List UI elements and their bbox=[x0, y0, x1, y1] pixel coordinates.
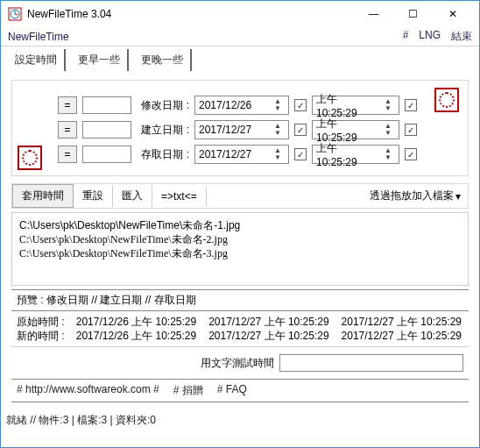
date-accessed-input[interactable]: 2017/12/27▲▼ bbox=[194, 145, 289, 164]
date-created-input[interactable]: 2017/12/27▲▼ bbox=[194, 120, 289, 139]
eq-accessed-button[interactable]: = bbox=[58, 146, 77, 163]
menu-end[interactable]: 結束 bbox=[451, 29, 472, 44]
chk-modified-time[interactable]: ✓ bbox=[405, 99, 417, 111]
file-list[interactable]: C:\Users\pk\Desktop\NewFileTime\未命名-1.jp… bbox=[11, 212, 469, 286]
spin-down-icon[interactable]: ▼ bbox=[271, 105, 285, 112]
orig-modified: 2017/12/26 上午 10:25:29 bbox=[76, 315, 198, 329]
menu-lng[interactable]: LNG bbox=[419, 29, 441, 44]
link-site[interactable]: # http://www.softwareok.com # bbox=[17, 383, 159, 398]
date-modified-input[interactable]: 2017/12/26▲▼ bbox=[194, 96, 289, 115]
time-modified-input[interactable]: 上午 10:25:29▲▼ bbox=[312, 96, 399, 115]
chk-modified-date[interactable]: ✓ bbox=[294, 99, 307, 111]
status-bar: 就緒 // 物件:3 | 檔案:3 | 資料夾:0 bbox=[1, 409, 479, 431]
offset-accessed-input[interactable] bbox=[82, 146, 131, 163]
apply-time-button[interactable]: 套用時間 bbox=[12, 184, 74, 208]
reset-button[interactable]: 重設 bbox=[74, 185, 113, 207]
time-accessed-input[interactable]: 上午 10:25:29▲▼ bbox=[312, 145, 399, 164]
list-item[interactable]: C:\Users\pk\Desktop\NewFileTime\未命名-2.jp… bbox=[19, 232, 461, 246]
now-icon[interactable] bbox=[18, 146, 42, 170]
spin-down-icon[interactable]: ▼ bbox=[381, 130, 395, 137]
date-created-value: 2017/12/27 bbox=[199, 124, 251, 136]
action-toolbar: 套用時間 重設 匯入 =>txt<= 透過拖放加入檔案 ▾ bbox=[11, 183, 469, 209]
chk-accessed-date[interactable]: ✓ bbox=[294, 148, 307, 160]
label-modified: 修改日期 : bbox=[137, 98, 189, 113]
list-item[interactable]: C:\Users\pk\Desktop\NewFileTime\未命名-3.jp… bbox=[19, 246, 461, 260]
title-bar: NewFileTime 3.04 — ☐ ✕ bbox=[1, 1, 479, 27]
label-created: 建立日期 : bbox=[137, 123, 189, 138]
new-created: 2017/12/27 上午 10:25:29 bbox=[208, 329, 330, 343]
offset-modified-input[interactable] bbox=[82, 96, 131, 114]
new-label: 新的時間 : bbox=[17, 329, 66, 343]
menu-hash[interactable]: # bbox=[403, 29, 409, 44]
test-label: 用文字測試時間 bbox=[201, 356, 274, 371]
chevron-down-icon: ▾ bbox=[455, 190, 461, 203]
orig-label: 原始時間 : bbox=[17, 315, 66, 329]
tab-later[interactable]: 更晚一些 bbox=[134, 49, 192, 71]
spin-down-icon[interactable]: ▼ bbox=[381, 105, 395, 112]
link-donate[interactable]: # 捐贈 bbox=[173, 383, 203, 398]
window-title: NewFileTime 3.04 bbox=[27, 8, 354, 20]
spin-down-icon[interactable]: ▼ bbox=[271, 130, 285, 137]
time-created-value: 上午 10:25:29 bbox=[316, 117, 381, 144]
orig-accessed: 2017/12/27 上午 10:25:29 bbox=[342, 315, 463, 329]
time-accessed-value: 上午 10:25:29 bbox=[316, 141, 381, 168]
eq-created-button[interactable]: = bbox=[58, 121, 77, 139]
txt-button[interactable]: =>txt<= bbox=[152, 187, 207, 206]
minimize-icon: — bbox=[369, 8, 379, 20]
links-row: # http://www.softwareok.com # # 捐贈 # FAQ bbox=[11, 379, 469, 402]
import-button[interactable]: 匯入 bbox=[113, 185, 152, 207]
time-modified-value: 上午 10:25:29 bbox=[316, 92, 381, 119]
link-faq[interactable]: # FAQ bbox=[217, 383, 247, 398]
file-path: C:\Users\pk\Desktop\NewFileTime\未命名-1.jp… bbox=[19, 219, 240, 231]
minimize-button[interactable]: — bbox=[354, 2, 393, 26]
menu-bar: NewFileTime # LNG 結束 bbox=[1, 27, 479, 46]
row-created: = 建立日期 : 2017/12/27▲▼ ✓ 上午 10:25:29▲▼ ✓ bbox=[19, 117, 461, 142]
drag-drop-label: 透過拖放加入檔案 bbox=[370, 188, 454, 203]
spin-down-icon[interactable]: ▼ bbox=[381, 154, 395, 161]
apply-icon[interactable] bbox=[434, 88, 459, 112]
preview-header: 預覽 : 修改日期 // 建立日期 // 存取日期 bbox=[11, 289, 469, 311]
new-accessed: 2017/12/27 上午 10:25:29 bbox=[342, 329, 463, 343]
list-item[interactable]: C:\Users\pk\Desktop\NewFileTime\未命名-1.jp… bbox=[19, 218, 461, 232]
label-accessed: 存取日期 : bbox=[137, 147, 189, 162]
eq-modified-button[interactable]: = bbox=[58, 96, 77, 114]
row-modified: = 修改日期 : 2017/12/26▲▼ ✓ 上午 10:25:29▲▼ ✓ bbox=[19, 93, 461, 117]
maximize-button[interactable]: ☐ bbox=[393, 2, 433, 26]
chk-created-time[interactable]: ✓ bbox=[405, 124, 417, 136]
drag-drop-menu[interactable]: 透過拖放加入檔案 ▾ bbox=[363, 185, 468, 207]
maximize-icon: ☐ bbox=[408, 8, 418, 20]
tab-set-time[interactable]: 設定時間 bbox=[8, 49, 66, 71]
preview-grid: 原始時間 : 2017/12/26 上午 10:25:29 2017/12/27… bbox=[11, 311, 469, 347]
close-button[interactable]: ✕ bbox=[433, 2, 472, 26]
tabs: 設定時間 更早一些 更晚一些 bbox=[1, 46, 479, 71]
test-input[interactable] bbox=[279, 354, 463, 372]
time-created-input[interactable]: 上午 10:25:29▲▼ bbox=[312, 120, 399, 139]
test-row: 用文字測試時間 bbox=[11, 347, 469, 379]
offset-created-input[interactable] bbox=[82, 121, 131, 139]
orig-created: 2017/12/27 上午 10:25:29 bbox=[208, 315, 330, 329]
close-icon: ✕ bbox=[448, 8, 457, 20]
chk-accessed-time[interactable]: ✓ bbox=[405, 148, 417, 160]
app-icon bbox=[8, 7, 22, 21]
row-accessed: = 存取日期 : 2017/12/27▲▼ ✓ 上午 10:25:29▲▼ ✓ bbox=[19, 142, 461, 167]
chk-created-date[interactable]: ✓ bbox=[294, 124, 307, 136]
menu-app[interactable]: NewFileTime bbox=[8, 31, 69, 43]
date-accessed-value: 2017/12/27 bbox=[199, 148, 251, 160]
date-rows-group: = 修改日期 : 2017/12/26▲▼ ✓ 上午 10:25:29▲▼ ✓ … bbox=[11, 80, 469, 176]
date-modified-value: 2017/12/26 bbox=[199, 99, 251, 111]
spin-down-icon[interactable]: ▼ bbox=[271, 154, 285, 161]
tab-earlier[interactable]: 更早一些 bbox=[71, 49, 129, 71]
new-modified: 2017/12/26 上午 10:25:29 bbox=[76, 329, 198, 343]
